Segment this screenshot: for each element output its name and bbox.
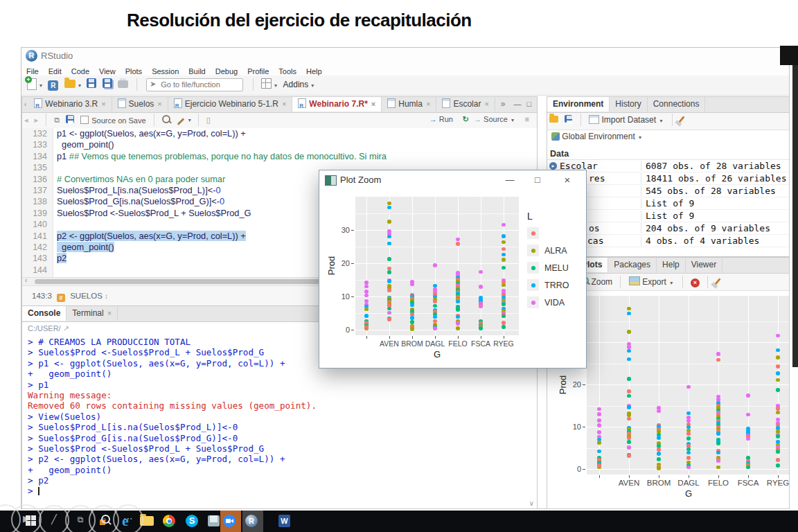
menu-profile[interactable]: Profile [242,66,274,76]
tab-scroll-left-icon[interactable]: ‹ [22,100,28,108]
save-source-icon[interactable] [66,115,74,125]
data-point [387,270,391,274]
plot-panel [355,197,519,335]
clear-plots-icon[interactable] [716,277,718,287]
plot-window-icon [325,175,337,186]
data-table-icon [442,98,450,108]
close-icon[interactable]: × [484,100,488,108]
menu-edit[interactable]: Edit [44,66,66,76]
tab-help[interactable]: Help [657,258,686,272]
r-script-icon [174,98,182,108]
addins-button[interactable]: Addins [283,78,309,91]
forward-icon[interactable]: ▸ [35,116,39,125]
tab-environment[interactable]: Environment [547,97,610,112]
import-dataset-button[interactable]: Import Dataset ▾ [589,115,664,125]
tab-history[interactable]: History [610,97,647,112]
taskbar-chrome-icon[interactable] [163,513,178,529]
tab-viewer[interactable]: Viewer [686,258,722,272]
find-icon[interactable] [162,115,170,125]
close-icon[interactable]: × [371,100,375,108]
back-icon[interactable]: ◂ [24,116,28,125]
expand-icon[interactable]: ▸ [549,162,557,170]
new-file-button[interactable]: + [27,78,37,91]
panes-layout-caret[interactable]: ▾ [274,82,277,89]
menu-view[interactable]: View [94,66,121,76]
document-outline-icon[interactable]: ≡ [525,115,529,123]
console-scroll-down-icon[interactable]: ∨ [529,499,534,507]
source-maximize-icon[interactable]: □ [524,100,535,108]
taskbar-rstudio-app-icon[interactable]: R [245,513,260,529]
close-icon[interactable]: × [107,309,112,317]
source-tab-humla[interactable]: Humla× [382,97,436,112]
rerun-button[interactable]: ↻ [463,115,469,124]
menu-tools[interactable]: Tools [274,66,301,76]
tab-packages[interactable]: Packages [608,258,657,272]
taskbar-word-icon[interactable]: W [278,513,294,529]
maximize-icon[interactable]: □ [527,173,548,187]
menu-file[interactable]: File [21,66,44,76]
clear-workspace-icon[interactable] [680,115,682,125]
environment-scope[interactable]: Global Environment ▾ [547,130,789,145]
source-tab-webinario-7-r-[interactable]: Webinario 7.R*× [292,97,382,112]
object-value: List of 9 [641,211,789,221]
open-file-caret[interactable]: ▾ [78,82,81,89]
tab-overflow-icon[interactable]: » [495,97,511,112]
save-workspace-icon[interactable] [565,115,572,125]
source-button[interactable]: → Source ▾ [474,115,515,123]
data-point [686,411,691,416]
source-minimize-icon[interactable]: — [511,100,524,108]
data-point [597,463,601,468]
menu-help[interactable]: Help [301,66,327,76]
goto-file-input[interactable] [159,79,241,91]
tab-console[interactable]: Console [22,306,66,321]
minimize-icon[interactable]: — [499,173,520,187]
close-icon[interactable]: × [157,100,161,108]
data-point [686,436,691,441]
rstudio-titlebar[interactable]: R RStudio [21,48,789,64]
open-file-button[interactable] [64,78,76,91]
source-tab-suelos[interactable]: Suelos× [112,97,168,112]
tab-terminal[interactable]: Terminal× [66,306,118,321]
compile-report-icon[interactable]: ▯ [206,116,211,125]
new-file-caret[interactable]: ▾ [39,82,42,89]
scope-selector[interactable]: SUELOS [70,292,103,300]
project-button[interactable]: R [48,78,58,91]
close-icon[interactable]: × [426,100,430,108]
menu-plots[interactable]: Plots [121,66,147,76]
popout-icon[interactable]: ⧉ [54,116,60,125]
taskbar-skype-icon[interactable]: S [186,513,201,529]
addins-caret[interactable]: ▾ [311,82,314,89]
source-tab-webinario-3-r[interactable]: Webinario 3.R× [28,97,112,112]
remove-plot-icon[interactable]: × [691,276,700,287]
open-dir-icon[interactable]: ↗ [63,324,69,332]
close-icon[interactable]: × [282,100,286,108]
data-point [387,288,391,292]
menu-code[interactable]: Code [66,66,94,76]
save-all-button[interactable] [103,78,112,91]
print-button[interactable] [118,78,128,91]
source-on-save-checkbox[interactable]: Source on Save [80,116,145,125]
taskbar-zoom-app-icon[interactable] [223,513,238,529]
menu-debug[interactable]: Debug [211,66,242,76]
plot-zoom-titlebar[interactable]: Plot Zoom — □ × [319,170,586,190]
load-workspace-icon[interactable] [549,115,558,125]
run-button[interactable]: → Run [429,115,453,123]
close-icon[interactable]: × [101,100,105,108]
save-button[interactable] [87,78,96,91]
panes-layout-button[interactable] [261,78,272,91]
goto-file-box[interactable]: ➤ [146,78,243,91]
data-point [364,314,369,318]
menu-session[interactable]: Session [147,66,184,76]
line-number: 134 [22,151,53,162]
tab-connections[interactable]: Connections [648,97,706,112]
menu-build[interactable]: Build [184,66,210,76]
source-tab-ejercicio-webinario-5-1-r[interactable]: Ejercicio Webinario 5-1.R× [168,97,293,112]
export-plot-button[interactable]: Export ▾ [629,276,674,287]
hscroll-left-icon[interactable]: ‹ [25,276,27,284]
data-point [410,327,414,331]
code-tools-caret[interactable]: ▾ [188,117,191,123]
close-icon[interactable]: × [557,173,578,187]
data-point [387,279,391,283]
code-tools-icon[interactable] [177,116,185,124]
source-tab-escolar[interactable]: Escolar× [436,97,495,112]
